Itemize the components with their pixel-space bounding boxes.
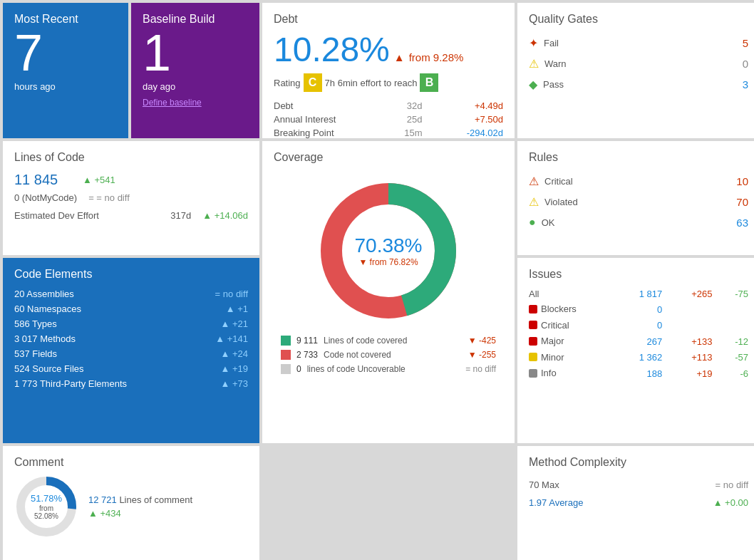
- rules-title: Rules: [529, 151, 748, 164]
- major-issues-icon: [529, 337, 537, 346]
- info-issues-icon: [529, 369, 537, 378]
- debt-percent: 10.28%: [274, 30, 390, 69]
- ce-assemblies-row: 20 Assemblies = no diff: [14, 286, 248, 301]
- critical-issues-icon: [529, 321, 537, 329]
- current-rating-badge: C: [304, 73, 322, 92]
- code-elements-panel: Code Elements 20 Assemblies = no diff 60…: [3, 258, 259, 443]
- rules-ok-label: OK: [542, 217, 737, 228]
- rating-label: Rating: [274, 78, 301, 88]
- qg-fail-row: ✦ Fail 5: [529, 33, 748, 53]
- qg-warn-row: ⚠ Warn 0: [529, 53, 748, 74]
- qg-pass-count: 3: [743, 78, 748, 90]
- mc-max-label: 70 Max: [529, 479, 716, 490]
- donut-center-text: 70.38% ▼ from 76.82%: [355, 234, 423, 267]
- uncoverable-count: 0: [296, 364, 301, 374]
- rules-ok-row: ● OK 63: [529, 212, 748, 232]
- issues-blockers-row: Blockers 0: [529, 301, 748, 318]
- blockers-icon: [529, 305, 537, 313]
- uncovered-diff: ▼ -255: [468, 350, 496, 360]
- qg-pass-row: ◆ Pass 3: [529, 74, 748, 95]
- baseline-label: day ago: [143, 81, 248, 92]
- baseline-panel: Baseline Build 1 day ago Define baseline: [131, 3, 259, 138]
- ce-sourcefiles-row: 524 Source Files ▲ +19: [14, 361, 248, 376]
- critical-rule-icon: ⚠: [529, 175, 539, 188]
- issues-critical-row: Critical 0: [529, 318, 748, 334]
- ce-methods-row: 3 017 Methods ▲ +141: [14, 331, 248, 346]
- covered-label: Lines of code covered: [324, 336, 463, 346]
- loc-effort-val: 317d: [170, 210, 191, 221]
- rules-violated-row: ⚠ Violated 70: [529, 192, 748, 212]
- loc-count: 11 845: [14, 172, 71, 188]
- issues-all-row: All 1 817 +265 -75: [529, 286, 748, 301]
- method-complexity-panel: Method Complexity 70 Max = no diff 1.97 …: [517, 446, 754, 560]
- most-recent-label: hours ago: [14, 81, 117, 92]
- issues-table: All 1 817 +265 -75 Blockers 0 Critical: [529, 286, 748, 382]
- debt-effort: 7h 6min effort to reach: [325, 78, 418, 88]
- ok-rule-icon: ●: [529, 216, 536, 229]
- baseline-number: 1: [143, 27, 248, 78]
- coverage-panel: Coverage 70.38% ▼ from 76.82% 9 111 Line…: [262, 141, 515, 443]
- ce-fields-row: 537 Fields ▲ +24: [14, 346, 248, 361]
- issues-info-row: Info 188 +19 -6: [529, 365, 748, 382]
- covered-count: 9 111: [296, 336, 318, 346]
- debt-row-breaking: Breaking Point 15m -294.02d: [274, 126, 503, 140]
- comment-panel: Comment 51.78% from 52.08% 12 721 Lines …: [3, 446, 259, 560]
- loc-notmycode-diff: = = no diff: [88, 192, 130, 203]
- comment-from-val: 52.08%: [31, 512, 62, 520]
- target-rating-badge: B: [420, 73, 438, 92]
- lines-of-code-panel: Lines of Code 11 845 ▲ +541 0 (NotMyCode…: [3, 141, 259, 255]
- ce-namespaces-row: 60 Namespaces ▲ +1: [14, 301, 248, 316]
- uncovered-count: 2 733: [296, 350, 318, 360]
- mc-max-diff: = no diff: [716, 479, 748, 490]
- debt-table: Debt 32d +4.49d Annual Interest 25d +7.5…: [274, 99, 503, 140]
- covered-diff: ▼ -425: [468, 336, 496, 346]
- minor-issues-icon: [529, 353, 537, 361]
- mc-avg-diff: ▲ +0.00: [713, 497, 748, 508]
- loc-title: Lines of Code: [14, 151, 248, 164]
- ce-thirdparty-row: 1 773 Third-Party Elements ▲ +73: [14, 376, 248, 391]
- code-elements-title: Code Elements: [14, 268, 248, 281]
- issues-title: Issues: [529, 268, 748, 281]
- qg-fail-label: Fail: [544, 38, 743, 48]
- issues-major-row: Major 267 +133 -12: [529, 333, 748, 350]
- coverage-percent: 70.38%: [355, 234, 423, 257]
- debt-row-debt: Debt 32d +4.49d: [274, 99, 503, 113]
- rules-critical-label: Critical: [544, 176, 736, 187]
- issues-minor-row: Minor 1 362 +113 -57: [529, 350, 748, 366]
- debt-row-interest: Annual Interest 25d +7.50d: [274, 113, 503, 126]
- loc-count-diff: ▲ +541: [83, 175, 115, 185]
- rules-violated-label: Violated: [544, 197, 736, 207]
- mc-avg-row: 1.97 Average ▲ +0.00: [529, 494, 748, 512]
- uncoverable-diff: = no diff: [465, 364, 496, 374]
- define-baseline-link[interactable]: Define baseline: [143, 98, 248, 108]
- rules-ok-count: 63: [736, 217, 748, 229]
- debt-panel: Debt 10.28% ▲ from 9.28% Rating C 7h 6mi…: [262, 3, 515, 138]
- comment-donut-center: 51.78% from 52.08%: [31, 493, 62, 520]
- covered-legend-icon: [281, 336, 291, 346]
- rules-panel: Rules ⚠ Critical 10 ⚠ Violated 70 ● OK 6…: [517, 141, 754, 255]
- pass-icon: ◆: [529, 78, 537, 91]
- fail-icon: ✦: [529, 36, 538, 50]
- comment-pct: 51.78%: [31, 493, 62, 504]
- ce-types-row: 586 Types ▲ +21: [14, 316, 248, 331]
- rules-violated-count: 70: [736, 196, 748, 208]
- uncoverable-legend-icon: [281, 364, 291, 374]
- coverage-legend: 9 111 Lines of code covered ▼ -425 2 733…: [274, 333, 503, 376]
- coverage-title: Coverage: [274, 151, 323, 164]
- mc-max-row: 70 Max = no diff: [529, 476, 748, 494]
- coverage-donut: 70.38% ▼ from 76.82%: [317, 180, 460, 322]
- most-recent-panel: Most Recent 7 hours ago: [3, 3, 128, 138]
- uncoverable-label: lines of code Uncoverable: [307, 364, 460, 374]
- warn-icon: ⚠: [529, 57, 539, 71]
- comment-lines: 12 721: [88, 494, 117, 505]
- quality-gates-title: Quality Gates: [529, 13, 748, 26]
- debt-from: from 9.28%: [409, 51, 464, 63]
- comment-info: 12 721 Lines of comment ▲ +434: [88, 494, 192, 519]
- qg-warn-count: 0: [743, 58, 748, 70]
- uncovered-legend-icon: [281, 350, 291, 360]
- rules-critical-row: ⚠ Critical 10: [529, 171, 748, 192]
- mc-title: Method Complexity: [529, 456, 748, 469]
- loc-effort-label: Estimated Dev Effort: [14, 210, 159, 221]
- comment-donut: 51.78% from 52.08%: [14, 475, 78, 539]
- loc-effort-diff: ▲ +14.06d: [202, 210, 248, 221]
